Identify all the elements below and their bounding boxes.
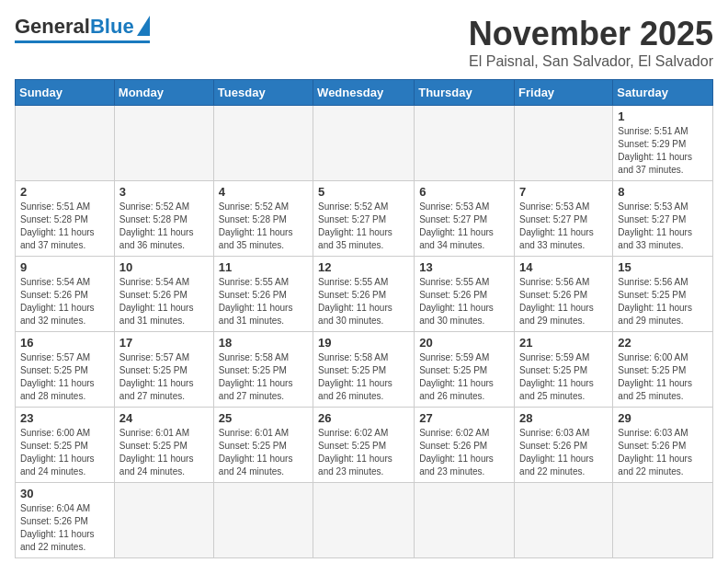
day-number: 10 — [119, 260, 209, 274]
calendar-day-cell: 30Sunrise: 6:04 AM Sunset: 5:26 PM Dayli… — [16, 483, 115, 558]
title-block: November 2025 El Paisnal, San Salvador, … — [469, 15, 713, 70]
day-info: Sunrise: 5:51 AM Sunset: 5:29 PM Dayligh… — [618, 125, 708, 177]
calendar-day-cell: 24Sunrise: 6:01 AM Sunset: 5:25 PM Dayli… — [114, 408, 213, 483]
calendar-day-cell: 7Sunrise: 5:53 AM Sunset: 5:27 PM Daylig… — [515, 181, 613, 257]
calendar-day-cell — [415, 106, 515, 181]
calendar-day-cell — [114, 106, 213, 181]
day-number: 5 — [318, 185, 409, 199]
day-info: Sunrise: 5:58 AM Sunset: 5:25 PM Dayligh… — [219, 351, 308, 403]
day-info: Sunrise: 6:01 AM Sunset: 5:25 PM Dayligh… — [219, 427, 308, 478]
calendar-day-cell — [515, 483, 613, 558]
calendar-table: SundayMondayTuesdayWednesdayThursdayFrid… — [15, 79, 713, 558]
calendar-day-cell: 19Sunrise: 5:58 AM Sunset: 5:25 PM Dayli… — [313, 332, 415, 408]
day-number: 19 — [318, 336, 409, 350]
calendar-day-cell — [213, 483, 313, 558]
day-info: Sunrise: 6:02 AM Sunset: 5:26 PM Dayligh… — [419, 427, 509, 478]
calendar-day-cell: 12Sunrise: 5:55 AM Sunset: 5:26 PM Dayli… — [313, 257, 415, 332]
calendar-day-cell — [313, 483, 415, 558]
weekday-header-cell: Tuesday — [213, 80, 313, 106]
day-info: Sunrise: 6:02 AM Sunset: 5:25 PM Dayligh… — [318, 427, 409, 478]
header: General Blue November 2025 El Paisnal, S… — [15, 15, 713, 70]
logo-blue-text: Blue — [90, 15, 134, 39]
calendar-day-cell: 20Sunrise: 5:59 AM Sunset: 5:25 PM Dayli… — [415, 332, 515, 408]
day-number: 24 — [119, 411, 209, 425]
calendar-day-cell: 2Sunrise: 5:51 AM Sunset: 5:28 PM Daylig… — [16, 181, 115, 257]
calendar-day-cell — [114, 483, 213, 558]
weekday-header-cell: Sunday — [16, 80, 115, 106]
day-info: Sunrise: 6:03 AM Sunset: 5:26 PM Dayligh… — [618, 427, 708, 478]
day-info: Sunrise: 5:59 AM Sunset: 5:25 PM Dayligh… — [519, 351, 608, 403]
calendar-day-cell: 10Sunrise: 5:54 AM Sunset: 5:26 PM Dayli… — [114, 257, 213, 332]
day-info: Sunrise: 5:53 AM Sunset: 5:27 PM Dayligh… — [419, 201, 509, 252]
day-number: 11 — [219, 260, 308, 274]
calendar-day-cell — [415, 483, 515, 558]
calendar-day-cell: 27Sunrise: 6:02 AM Sunset: 5:26 PM Dayli… — [415, 408, 515, 483]
calendar-day-cell: 26Sunrise: 6:02 AM Sunset: 5:25 PM Dayli… — [313, 408, 415, 483]
day-info: Sunrise: 5:58 AM Sunset: 5:25 PM Dayligh… — [318, 351, 409, 403]
day-number: 16 — [20, 336, 109, 350]
day-number: 18 — [219, 336, 308, 350]
calendar-day-cell — [16, 106, 115, 181]
logo-triangle-icon — [137, 16, 150, 36]
day-info: Sunrise: 6:00 AM Sunset: 5:25 PM Dayligh… — [20, 427, 109, 478]
calendar-week-row: 2Sunrise: 5:51 AM Sunset: 5:28 PM Daylig… — [16, 181, 713, 257]
day-number: 2 — [20, 185, 109, 199]
calendar-day-cell: 9Sunrise: 5:54 AM Sunset: 5:26 PM Daylig… — [16, 257, 115, 332]
day-number: 26 — [318, 411, 409, 425]
day-info: Sunrise: 5:52 AM Sunset: 5:28 PM Dayligh… — [219, 201, 308, 252]
day-number: 23 — [20, 411, 109, 425]
day-info: Sunrise: 6:04 AM Sunset: 5:26 PM Dayligh… — [20, 502, 109, 554]
day-number: 15 — [618, 260, 708, 274]
day-info: Sunrise: 5:55 AM Sunset: 5:26 PM Dayligh… — [219, 276, 308, 327]
calendar-day-cell: 22Sunrise: 6:00 AM Sunset: 5:25 PM Dayli… — [613, 332, 713, 408]
day-info: Sunrise: 5:53 AM Sunset: 5:27 PM Dayligh… — [618, 201, 708, 252]
calendar-day-cell: 5Sunrise: 5:52 AM Sunset: 5:27 PM Daylig… — [313, 181, 415, 257]
day-number: 25 — [219, 411, 308, 425]
day-number: 14 — [519, 260, 608, 274]
day-number: 28 — [519, 411, 608, 425]
calendar-day-cell: 18Sunrise: 5:58 AM Sunset: 5:25 PM Dayli… — [213, 332, 313, 408]
calendar-day-cell: 28Sunrise: 6:03 AM Sunset: 5:26 PM Dayli… — [515, 408, 613, 483]
day-number: 9 — [20, 260, 109, 274]
day-info: Sunrise: 5:57 AM Sunset: 5:25 PM Dayligh… — [119, 351, 209, 403]
day-info: Sunrise: 5:52 AM Sunset: 5:27 PM Dayligh… — [318, 201, 409, 252]
weekday-header-cell: Thursday — [415, 80, 515, 106]
day-info: Sunrise: 5:59 AM Sunset: 5:25 PM Dayligh… — [419, 351, 509, 403]
day-info: Sunrise: 5:56 AM Sunset: 5:25 PM Dayligh… — [618, 276, 708, 327]
day-number: 4 — [219, 185, 308, 199]
day-info: Sunrise: 6:00 AM Sunset: 5:25 PM Dayligh… — [618, 351, 708, 403]
calendar-week-row: 16Sunrise: 5:57 AM Sunset: 5:25 PM Dayli… — [16, 332, 713, 408]
calendar-day-cell — [515, 106, 613, 181]
calendar-day-cell: 25Sunrise: 6:01 AM Sunset: 5:25 PM Dayli… — [213, 408, 313, 483]
day-number: 29 — [618, 411, 708, 425]
day-info: Sunrise: 6:01 AM Sunset: 5:25 PM Dayligh… — [119, 427, 209, 478]
logo-general-text: General — [15, 15, 90, 39]
day-info: Sunrise: 5:57 AM Sunset: 5:25 PM Dayligh… — [20, 351, 109, 403]
weekday-header-row: SundayMondayTuesdayWednesdayThursdayFrid… — [16, 80, 713, 106]
calendar-day-cell: 3Sunrise: 5:52 AM Sunset: 5:28 PM Daylig… — [114, 181, 213, 257]
calendar-day-cell: 21Sunrise: 5:59 AM Sunset: 5:25 PM Dayli… — [515, 332, 613, 408]
calendar-day-cell: 6Sunrise: 5:53 AM Sunset: 5:27 PM Daylig… — [415, 181, 515, 257]
day-number: 27 — [419, 411, 509, 425]
calendar-week-row: 1Sunrise: 5:51 AM Sunset: 5:29 PM Daylig… — [16, 106, 713, 181]
day-info: Sunrise: 5:55 AM Sunset: 5:26 PM Dayligh… — [419, 276, 509, 327]
calendar-day-cell — [313, 106, 415, 181]
day-info: Sunrise: 5:52 AM Sunset: 5:28 PM Dayligh… — [119, 201, 209, 252]
day-info: Sunrise: 5:55 AM Sunset: 5:26 PM Dayligh… — [318, 276, 409, 327]
calendar-body: 1Sunrise: 5:51 AM Sunset: 5:29 PM Daylig… — [16, 106, 713, 558]
day-number: 13 — [419, 260, 509, 274]
calendar-day-cell: 15Sunrise: 5:56 AM Sunset: 5:25 PM Dayli… — [613, 257, 713, 332]
day-info: Sunrise: 5:56 AM Sunset: 5:26 PM Dayligh… — [519, 276, 608, 327]
day-number: 17 — [119, 336, 209, 350]
day-number: 7 — [519, 185, 608, 199]
day-number: 8 — [618, 185, 708, 199]
day-info: Sunrise: 5:54 AM Sunset: 5:26 PM Dayligh… — [20, 276, 109, 327]
calendar-day-cell: 1Sunrise: 5:51 AM Sunset: 5:29 PM Daylig… — [613, 106, 713, 181]
calendar-day-cell — [213, 106, 313, 181]
day-number: 21 — [519, 336, 608, 350]
location-title: El Paisnal, San Salvador, El Salvador — [469, 53, 713, 70]
day-number: 3 — [119, 185, 209, 199]
day-number: 12 — [318, 260, 409, 274]
weekday-header-cell: Wednesday — [313, 80, 415, 106]
calendar-day-cell: 11Sunrise: 5:55 AM Sunset: 5:26 PM Dayli… — [213, 257, 313, 332]
